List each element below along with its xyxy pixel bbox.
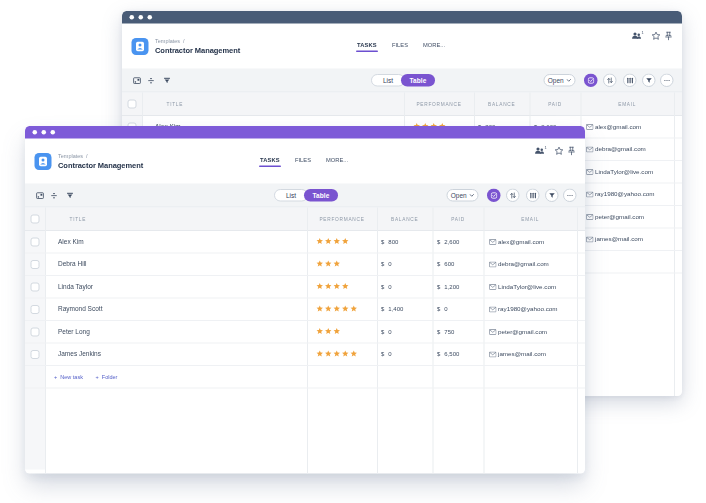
svg-text:1: 1 — [642, 31, 645, 35]
svg-text:1: 1 — [545, 146, 548, 150]
